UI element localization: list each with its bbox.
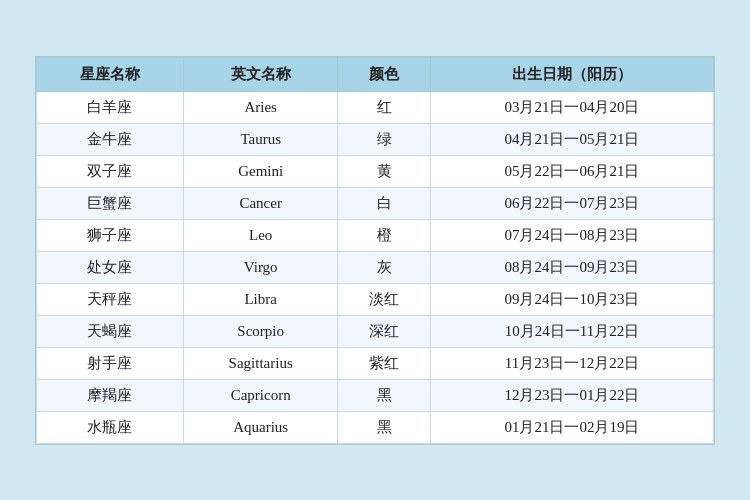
table-body: 白羊座Aries红03月21日一04月20日金牛座Taurus绿04月21日一0… (37, 91, 714, 443)
table-header-col-1: 英文名称 (183, 57, 338, 91)
table-cell-0-1: Aries (183, 91, 338, 123)
table-cell-9-0: 摩羯座 (37, 379, 184, 411)
table-cell-9-2: 黑 (338, 379, 431, 411)
table-header-col-0: 星座名称 (37, 57, 184, 91)
table-cell-5-1: Virgo (183, 251, 338, 283)
table-row: 狮子座Leo橙07月24日一08月23日 (37, 219, 714, 251)
table-cell-6-3: 09月24日一10月23日 (430, 283, 713, 315)
table-cell-3-2: 白 (338, 187, 431, 219)
table-cell-10-1: Aquarius (183, 411, 338, 443)
table-header-row: 星座名称英文名称颜色出生日期（阳历） (37, 57, 714, 91)
table-row: 摩羯座Capricorn黑12月23日一01月22日 (37, 379, 714, 411)
table-cell-8-1: Sagittarius (183, 347, 338, 379)
table-cell-5-2: 灰 (338, 251, 431, 283)
table-cell-1-2: 绿 (338, 123, 431, 155)
table-row: 水瓶座Aquarius黑01月21日一02月19日 (37, 411, 714, 443)
zodiac-table-wrapper: 星座名称英文名称颜色出生日期（阳历） 白羊座Aries红03月21日一04月20… (35, 56, 715, 445)
table-cell-4-0: 狮子座 (37, 219, 184, 251)
table-cell-4-1: Leo (183, 219, 338, 251)
table-header-col-3: 出生日期（阳历） (430, 57, 713, 91)
table-cell-6-1: Libra (183, 283, 338, 315)
table-cell-3-3: 06月22日一07月23日 (430, 187, 713, 219)
table-cell-1-0: 金牛座 (37, 123, 184, 155)
table-cell-7-2: 深红 (338, 315, 431, 347)
zodiac-table: 星座名称英文名称颜色出生日期（阳历） 白羊座Aries红03月21日一04月20… (36, 57, 714, 444)
table-cell-4-3: 07月24日一08月23日 (430, 219, 713, 251)
table-cell-7-0: 天蝎座 (37, 315, 184, 347)
table-cell-5-3: 08月24日一09月23日 (430, 251, 713, 283)
table-cell-9-1: Capricorn (183, 379, 338, 411)
table-cell-10-0: 水瓶座 (37, 411, 184, 443)
table-cell-0-0: 白羊座 (37, 91, 184, 123)
table-cell-10-2: 黑 (338, 411, 431, 443)
table-row: 白羊座Aries红03月21日一04月20日 (37, 91, 714, 123)
table-header-col-2: 颜色 (338, 57, 431, 91)
table-row: 巨蟹座Cancer白06月22日一07月23日 (37, 187, 714, 219)
table-cell-6-2: 淡红 (338, 283, 431, 315)
table-cell-7-3: 10月24日一11月22日 (430, 315, 713, 347)
table-cell-1-1: Taurus (183, 123, 338, 155)
table-row: 处女座Virgo灰08月24日一09月23日 (37, 251, 714, 283)
table-cell-8-3: 11月23日一12月22日 (430, 347, 713, 379)
table-cell-2-2: 黄 (338, 155, 431, 187)
table-cell-5-0: 处女座 (37, 251, 184, 283)
table-row: 双子座Gemini黄05月22日一06月21日 (37, 155, 714, 187)
table-row: 射手座Sagittarius紫红11月23日一12月22日 (37, 347, 714, 379)
table-cell-0-3: 03月21日一04月20日 (430, 91, 713, 123)
table-cell-3-1: Cancer (183, 187, 338, 219)
table-cell-10-3: 01月21日一02月19日 (430, 411, 713, 443)
table-cell-1-3: 04月21日一05月21日 (430, 123, 713, 155)
table-cell-6-0: 天秤座 (37, 283, 184, 315)
table-row: 金牛座Taurus绿04月21日一05月21日 (37, 123, 714, 155)
table-row: 天秤座Libra淡红09月24日一10月23日 (37, 283, 714, 315)
table-cell-2-1: Gemini (183, 155, 338, 187)
table-row: 天蝎座Scorpio深红10月24日一11月22日 (37, 315, 714, 347)
table-cell-8-0: 射手座 (37, 347, 184, 379)
table-cell-4-2: 橙 (338, 219, 431, 251)
table-cell-9-3: 12月23日一01月22日 (430, 379, 713, 411)
table-cell-2-0: 双子座 (37, 155, 184, 187)
table-cell-2-3: 05月22日一06月21日 (430, 155, 713, 187)
table-cell-8-2: 紫红 (338, 347, 431, 379)
table-cell-7-1: Scorpio (183, 315, 338, 347)
table-cell-3-0: 巨蟹座 (37, 187, 184, 219)
table-cell-0-2: 红 (338, 91, 431, 123)
